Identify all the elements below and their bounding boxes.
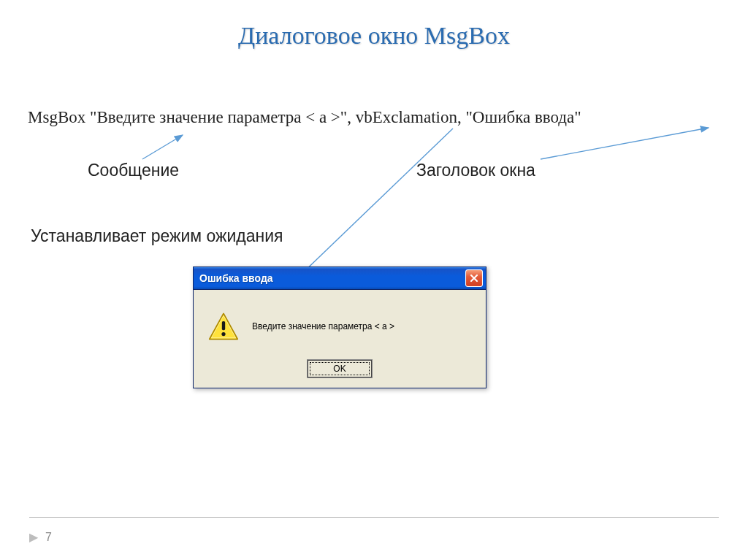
dialog-titlebar[interactable]: Ошибка ввода — [194, 267, 486, 290]
close-button[interactable] — [465, 269, 483, 287]
ok-button[interactable]: OK — [308, 360, 372, 377]
footer-divider — [29, 517, 719, 518]
dialog-button-row: OK — [194, 360, 486, 388]
label-message: Сообщение — [88, 161, 179, 180]
svg-line-1 — [142, 135, 183, 159]
close-icon — [470, 274, 478, 283]
label-wait-mode: Устанавливает режим ожидания — [31, 226, 283, 246]
dialog-body: Введите значение параметра < a > — [194, 290, 486, 360]
page-number: 7 — [45, 531, 52, 544]
dialog-title-text: Ошибка ввода — [199, 272, 465, 284]
svg-point-9 — [221, 332, 225, 336]
svg-rect-8 — [222, 321, 225, 330]
code-line-1: MsgBox "Введите значение параметра < a >… — [28, 108, 729, 127]
exclamation-icon — [208, 311, 239, 342]
svg-line-2 — [541, 128, 709, 159]
msgbox-dialog: Ошибка ввода Введите значение параметра … — [193, 266, 486, 388]
label-window-title: Заголовок окна — [416, 161, 535, 180]
chevron-right-icon: ▶ — [29, 530, 38, 544]
dialog-message: Введите значение параметра < a > — [252, 321, 394, 331]
page-footer: ▶ 7 — [29, 530, 52, 544]
slide-title: Диалоговое окно MsgBox — [0, 0, 748, 50]
